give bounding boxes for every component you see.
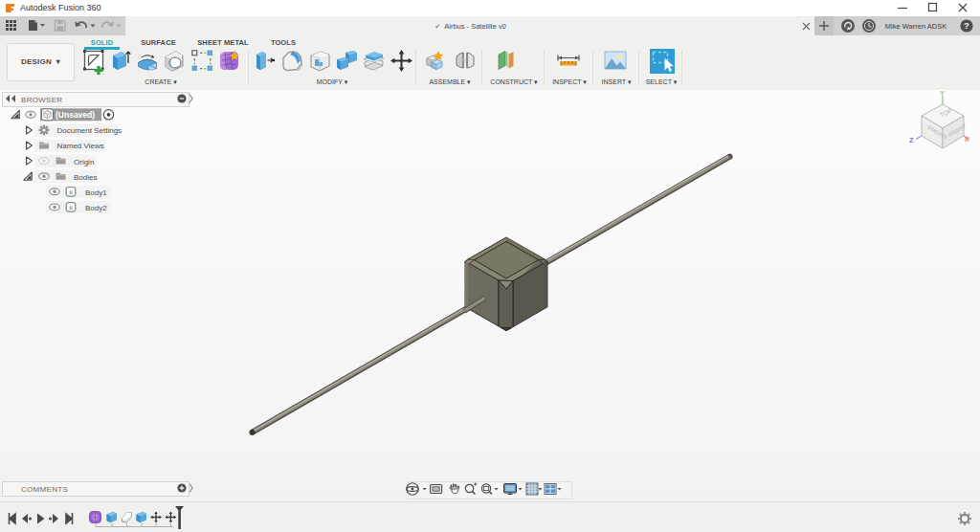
svg-text:Bodies: Bodies [74,173,97,182]
svg-text:?: ? [964,20,969,31]
svg-text:X: X [965,135,969,144]
svg-text:(Unsaved): (Unsaved) [56,110,95,120]
svg-text:Origin: Origin [74,158,94,166]
svg-text:Z: Z [909,136,914,144]
svg-text:Document Settings: Document Settings [57,126,122,135]
svg-text:Named Views: Named Views [57,142,104,150]
svg-text:Body1: Body1 [85,188,107,197]
svg-text:Y: Y [940,90,945,97]
svg-text:Body2: Body2 [85,204,107,212]
